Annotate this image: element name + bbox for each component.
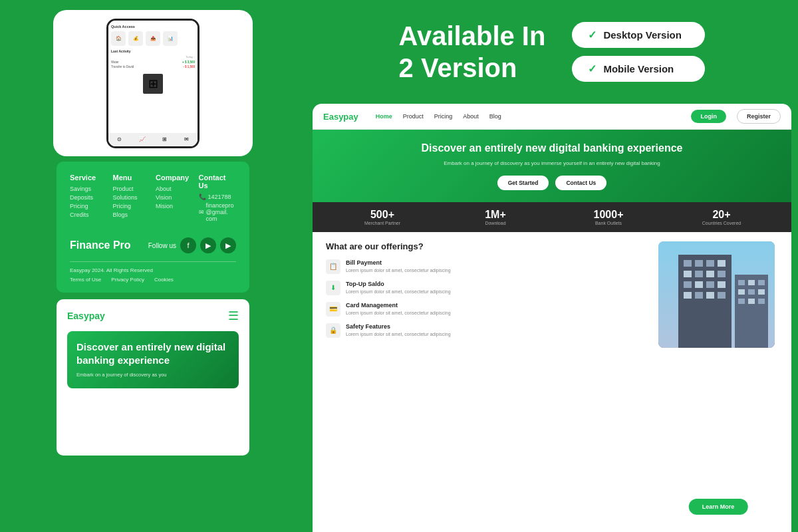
contact-title: Contact Us (199, 174, 237, 190)
phone-number: 1421788 (208, 194, 231, 200)
svg-rect-9 (718, 271, 726, 277)
stat-download-number: 1M+ (439, 209, 552, 221)
svg-rect-3 (695, 260, 703, 267)
left-column: Quick Access 🏠 💰 📤 📊 Last Activity Today… (0, 0, 306, 532)
version-title-line2: 2 Version (399, 52, 546, 84)
email-address: financepro @gmail. com (206, 202, 237, 222)
svg-rect-14 (684, 292, 692, 299)
mobile-check-icon: ✓ (588, 63, 597, 75)
company-title: Company (156, 174, 194, 182)
service-title: Service (70, 174, 108, 182)
footer-copyright: Easypay 2024. All Rights Reserved (70, 267, 236, 273)
phone-icon-4: 📊 (163, 31, 178, 46)
service-item-4: Credits (70, 211, 108, 218)
last-activity-label: Last Activity (111, 49, 195, 53)
card-title: Card Management (346, 302, 451, 309)
privacy-link[interactable]: Privacy Policy (111, 277, 144, 283)
offering-safety: 🔒 Safety Features Lorem ipsum dolor sit … (326, 323, 648, 338)
stat-bank-label: Bank Outlets (552, 221, 665, 225)
activity-row-1: Water + $ 3,500 (111, 61, 195, 64)
desktop-check-icon: ✓ (588, 29, 597, 41)
svg-rect-13 (718, 281, 726, 288)
stat-merchant-label: Merchant Partner (326, 221, 439, 225)
preview-hero: Discover an entirely new digital banking… (313, 130, 791, 202)
service-item-2: Deposits (70, 194, 108, 201)
svg-rect-8 (706, 271, 714, 277)
phone-screen: Quick Access 🏠 💰 📤 📊 Last Activity Today… (108, 21, 198, 146)
mobile-menu-icon[interactable]: ☰ (228, 309, 239, 323)
activity-name-1: Water (111, 61, 119, 64)
svg-rect-20 (748, 280, 755, 285)
svg-rect-25 (738, 299, 745, 304)
svg-rect-11 (695, 281, 703, 288)
card-desc: Lorem ipsum dolor sit amet, consectetur … (346, 310, 451, 317)
terms-link[interactable]: Terms of Use (70, 277, 101, 283)
get-started-button[interactable]: Get Started (497, 176, 549, 190)
footer-col-menu: Menu Product Solutions Pricing Blogs (113, 174, 151, 222)
footer-bottom-links: Terms of Use Privacy Policy Cookies (70, 277, 236, 283)
safety-text: Safety Features Lorem ipsum dolor sit am… (346, 323, 451, 338)
qr-icon: ⊞ (143, 74, 163, 94)
social-facebook-icon[interactable]: f (180, 237, 196, 253)
learn-more-button[interactable]: Learn More (689, 499, 748, 515)
right-section: Available In 2 Version ✓ Desktop Version… (306, 0, 798, 532)
login-button[interactable]: Login (691, 110, 726, 123)
desktop-preview: Easypay Home Product Pricing About Blog … (313, 104, 791, 532)
svg-rect-27 (758, 299, 765, 304)
mobile-header: Easypay ☰ (67, 309, 239, 323)
phone-icon-3: 📤 (146, 31, 160, 46)
bill-payment-icon: 📋 (326, 259, 340, 274)
svg-rect-10 (684, 281, 692, 288)
svg-rect-12 (706, 281, 714, 288)
follow-us-label: Follow us (148, 242, 176, 249)
preview-offerings: What are our offerings? 📋 Bill Payment L… (313, 232, 791, 532)
card-icon: 💳 (326, 302, 340, 317)
version-title-line1: Available In (399, 20, 546, 52)
preview-hero-subtitle: Embark on a journey of discovery as you … (326, 160, 778, 168)
offerings-right: Learn More (658, 241, 778, 523)
preview-hero-buttons: Get Started Contact Us (326, 176, 778, 190)
email-icon: ✉ (199, 209, 204, 215)
stat-merchant: 500+ Merchant Partner (326, 209, 439, 225)
contact-us-button[interactable]: Contact Us (555, 176, 606, 190)
offerings-title: What are our offerings? (326, 241, 648, 251)
svg-rect-1 (678, 255, 732, 348)
mobile-hero-title: Discover an entirely new digital banking… (76, 340, 229, 366)
cookies-link[interactable]: Cookies (154, 277, 174, 283)
nav-link-blog[interactable]: Blog (489, 113, 501, 120)
register-button[interactable]: Register (737, 109, 781, 124)
safety-icon: 🔒 (326, 323, 340, 338)
nav-link-about[interactable]: About (463, 113, 479, 120)
phone-nav-chart: 📈 (139, 136, 146, 142)
social-youtube-icon[interactable]: ▶ (200, 237, 216, 253)
desktop-version-badge: ✓ Desktop Version (572, 22, 705, 48)
desktop-badge-label: Desktop Version (603, 29, 682, 41)
stat-countries-label: Countries Covered (665, 221, 778, 225)
stat-merchant-number: 500+ (326, 209, 439, 221)
social-youtube2-icon[interactable]: ▶ (220, 237, 236, 253)
footer-links-grid: Service Savings Deposits Pricing Credits… (70, 174, 236, 222)
nav-link-pricing[interactable]: Pricing (434, 113, 453, 120)
topup-title: Top-Up Saldo (346, 281, 451, 287)
nav-link-home[interactable]: Home (376, 113, 392, 120)
service-item-3: Pricing (70, 203, 108, 209)
offering-card: 💳 Card Management Lorem ipsum dolor sit … (326, 302, 648, 317)
svg-rect-4 (706, 260, 714, 267)
footer-brand-name: Finance Pro (70, 239, 131, 251)
building-image (658, 241, 775, 348)
footer-card: Service Savings Deposits Pricing Credits… (57, 162, 249, 293)
svg-rect-5 (718, 260, 726, 267)
svg-rect-18 (735, 275, 768, 348)
phone-bottom-nav: ⊙ 📈 ⊞ ✉ (108, 133, 198, 146)
preview-hero-title: Discover an entirely new digital banking… (326, 142, 778, 156)
quick-access-label: Quick Access (111, 25, 195, 29)
preview-nav: Easypay Home Product Pricing About Blog … (313, 104, 791, 130)
phone-icon-2: 💰 (128, 31, 143, 46)
activity-amount-2: - $ 1,500 (183, 65, 195, 68)
stat-countries-number: 20+ (665, 209, 778, 221)
mobile-badge-label: Mobile Version (603, 63, 674, 74)
svg-rect-19 (738, 280, 745, 285)
svg-rect-22 (738, 289, 745, 295)
svg-rect-17 (718, 292, 726, 299)
nav-link-product[interactable]: Product (403, 113, 424, 120)
